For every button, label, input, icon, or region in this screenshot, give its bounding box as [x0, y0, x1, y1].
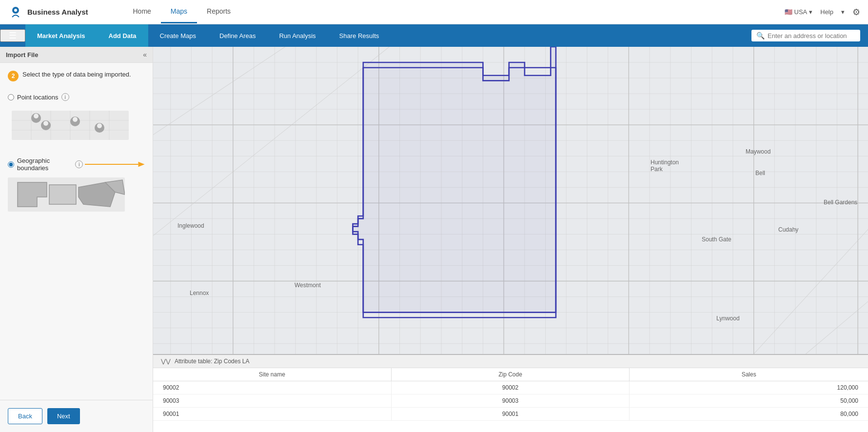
svg-line-89 [153, 47, 285, 151]
geo-boundaries-svg [8, 177, 125, 212]
workflow-step-create-maps[interactable]: Create Maps [148, 24, 208, 47]
attr-table-title: Attribute table: Zip Codes LA [175, 358, 249, 365]
panel-header: Import File « [0, 47, 153, 63]
address-search-bar[interactable]: 🔍 [751, 30, 860, 41]
svg-point-1 [14, 9, 17, 12]
hamburger-menu[interactable]: ☰ [0, 29, 25, 42]
point-locations-illustration [8, 107, 145, 145]
svg-point-15 [97, 123, 102, 128]
attr-table-body: 90002 90002 120,000 90003 90003 50,000 9… [153, 381, 868, 432]
cell-site-name-2: 90001 [153, 408, 392, 420]
map-area: HuntingtonPark Maywood Bell Bell Gardens… [153, 47, 868, 432]
attr-table-header: ⋁⋁ Attribute table: Zip Codes LA [153, 355, 868, 368]
table-row: 90001 90001 80,000 [153, 408, 868, 421]
geographic-boundaries-info-icon[interactable]: i [75, 160, 83, 168]
country-selector[interactable]: 🇺🇸 USA ▾ [785, 8, 813, 16]
geographic-boundaries-label: Geographic boundaries [17, 157, 72, 172]
nav-right: 🇺🇸 USA ▾ Help ▾ ⚙ [785, 7, 860, 18]
cell-sales-2: 80,000 [630, 408, 868, 420]
address-input[interactable] [768, 32, 855, 39]
nav-reports[interactable]: Reports [197, 0, 240, 23]
help-button[interactable]: Help [820, 8, 833, 16]
left-panel: Import File « 2 Select the type of data … [0, 47, 153, 432]
step-number: 2 [8, 71, 19, 81]
map-label-huntington-park: HuntingtonPark [651, 159, 679, 173]
geographic-boundaries-option: Geographic boundaries i [8, 157, 145, 172]
table-row: 90002 90002 120,000 [153, 381, 868, 394]
svg-line-90 [153, 47, 389, 255]
map-label-bell: Bell [755, 170, 765, 177]
district-boundary-polygon [353, 47, 555, 313]
next-button[interactable]: Next [47, 408, 80, 424]
search-icon: 🔍 [756, 32, 765, 39]
col-header-site-name: Site name [153, 368, 392, 381]
point-locations-radio[interactable] [8, 94, 14, 100]
annotation-arrow-icon [85, 158, 145, 170]
instruction-text: Select the type of data being imported. [22, 71, 131, 78]
map-label-lennox: Lennox [190, 290, 209, 296]
workflow-step-add-data[interactable]: Add Data [97, 24, 148, 47]
cell-zip-code-0: 90002 [392, 381, 630, 394]
svg-point-13 [73, 117, 78, 122]
cell-sales-0: 120,000 [630, 381, 868, 394]
workflow-step-run-analysis[interactable]: Run Analysis [267, 24, 327, 47]
map-label-cudahy: Cudahy [778, 226, 798, 233]
workflow-bar: ☰ Market Analysis Add Data Create Maps D… [0, 24, 868, 47]
nav-maps[interactable]: Maps [161, 0, 197, 23]
map-label-south-gate: South Gate [702, 236, 731, 243]
collapse-panel-button[interactable]: « [143, 51, 147, 59]
main-layout: Import File « 2 Select the type of data … [0, 47, 868, 432]
settings-icon[interactable]: ⚙ [852, 7, 860, 18]
app-logo-icon [8, 4, 23, 20]
top-nav: Business Analyst Home Maps Reports 🇺🇸 US… [0, 0, 868, 24]
map-background[interactable]: HuntingtonPark Maywood Bell Bell Gardens… [153, 47, 868, 354]
country-label: USA [794, 8, 808, 16]
map-label-inglewood: Inglewood [178, 222, 204, 229]
panel-footer: Back Next [0, 400, 153, 432]
chevron-help-icon: ▾ [841, 8, 845, 16]
map-label-maywood: Maywood [746, 148, 770, 155]
col-header-sales: Sales [630, 368, 868, 381]
col-header-zip-code: Zip Code [392, 368, 630, 381]
panel-instruction: 2 Select the type of data being imported… [8, 71, 145, 81]
cell-sales-1: 50,000 [630, 394, 868, 407]
cell-zip-code-2: 90001 [392, 408, 630, 420]
panel-content: 2 Select the type of data being imported… [0, 63, 153, 400]
map-label-bell-gardens: Bell Gardens [824, 199, 857, 206]
country-chevron-icon: ▾ [809, 8, 812, 16]
point-locations-svg [12, 111, 129, 140]
workflow-step-define-areas[interactable]: Define Areas [208, 24, 267, 47]
point-locations-info-icon[interactable]: i [61, 93, 69, 101]
svg-marker-19 [138, 162, 145, 167]
nav-home[interactable]: Home [123, 0, 161, 23]
point-locations-label: Point locations [17, 94, 59, 101]
geographic-boundaries-radio[interactable] [8, 161, 14, 168]
map-label-westmont: Westmont [295, 282, 321, 289]
workflow-step-share-results[interactable]: Share Results [328, 24, 391, 47]
panel-title: Import File [6, 51, 38, 59]
svg-marker-22 [49, 185, 76, 204]
attr-table-columns: Site name Zip Code Sales [153, 368, 868, 381]
cell-site-name-0: 90002 [153, 381, 392, 394]
svg-point-11 [43, 121, 48, 126]
flag-icon: 🇺🇸 [785, 8, 792, 16]
app-name: Business Analyst [27, 8, 88, 16]
table-row: 90003 90003 50,000 [153, 394, 868, 408]
workflow-step-market-analysis[interactable]: Market Analysis [25, 24, 97, 47]
district-outline [353, 68, 555, 318]
map-label-lynwood: Lynwood [716, 315, 740, 322]
nav-links: Home Maps Reports [123, 0, 241, 23]
point-locations-option: Point locations i [8, 93, 145, 101]
cell-zip-code-1: 90003 [392, 394, 630, 407]
map-svg [153, 47, 868, 354]
svg-line-92 [806, 281, 868, 354]
back-button[interactable]: Back [8, 408, 42, 424]
svg-line-91 [754, 203, 868, 354]
attribute-table: ⋁⋁ Attribute table: Zip Codes LA Site na… [153, 354, 868, 432]
svg-point-17 [34, 114, 39, 118]
attr-table-collapse-icon[interactable]: ⋁⋁ [161, 358, 171, 365]
cell-site-name-1: 90003 [153, 394, 392, 407]
geographic-boundaries-illustration [8, 177, 145, 213]
app-logo: Business Analyst [8, 4, 88, 20]
